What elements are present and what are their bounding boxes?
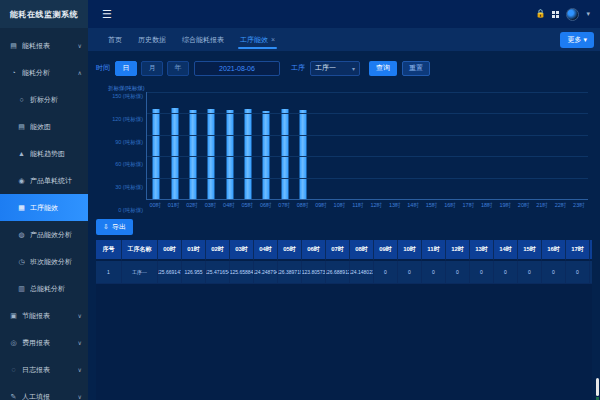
period-button-年[interactable]: 年 <box>167 61 189 76</box>
process-icon: ▦ <box>17 204 26 212</box>
table-header-cell: 02时 <box>206 240 230 261</box>
sidebar-item-total-energy[interactable]: ▥总能耗分析 <box>0 275 88 302</box>
bar-07时 <box>281 109 288 199</box>
y-tick-label: 30 (吨标煤) <box>115 185 143 190</box>
circle-icon: ○ <box>17 96 26 103</box>
sidebar-item-label: 折标分析 <box>30 95 82 105</box>
hamburger-icon[interactable]: ☰ <box>102 8 112 21</box>
sidebar-item-product-unit-stats[interactable]: ◉产品单耗统计 <box>0 167 88 194</box>
sidebar-item-label: 能效图 <box>30 122 82 132</box>
sidebar-item-label: 总能耗分析 <box>30 284 82 294</box>
x-tick-label: 04时 <box>220 200 238 211</box>
bar-00时 <box>153 109 160 199</box>
sidebar-nav: ▤能耗报表∨◔能耗分析∧○折标分析▤能效图▲能耗趋势图◉产品单耗统计▦工序能效◍… <box>0 28 88 400</box>
y-tick-label: 0 (吨标煤) <box>118 208 143 213</box>
close-icon[interactable]: × <box>271 36 275 43</box>
sidebar-item-standard-analysis[interactable]: ○折标分析 <box>0 86 88 113</box>
tab-首页[interactable]: 首页 <box>100 35 130 51</box>
process-label: 工序 <box>291 63 305 73</box>
table-cell-value: 0 <box>566 261 590 284</box>
bar-slot <box>184 92 202 199</box>
tab-综合能耗报表[interactable]: 综合能耗报表 <box>174 35 232 51</box>
plot-area <box>146 92 588 200</box>
gridline <box>147 156 588 157</box>
x-tick-label: 09时 <box>312 200 330 211</box>
content: 时间 日月年 工序 工序一 ▾ 查询 重置 折标煤(吨标煤) 150 (吨标煤)… <box>88 51 600 400</box>
search-button[interactable]: 查询 <box>369 61 397 76</box>
sidebar-item-product-efficiency[interactable]: ◍产品能效分析 <box>0 221 88 248</box>
sidebar-item-energy-analysis[interactable]: ◔能耗分析∧ <box>0 59 88 86</box>
period-button-日[interactable]: 日 <box>115 61 137 76</box>
table-header-cell: 工序名称 <box>122 240 158 261</box>
x-tick-label: 16时 <box>441 200 459 211</box>
sidebar-item-process-efficiency[interactable]: ▦工序能效 <box>0 194 88 221</box>
y-tick-label: 90 (吨标煤) <box>115 140 143 145</box>
sidebar-item-label: 产品单耗统计 <box>30 176 82 186</box>
bar-slot <box>386 92 404 199</box>
lock-icon[interactable]: 🔒 <box>536 10 546 18</box>
table-header-cell: 12时 <box>446 240 470 261</box>
chevron-down-icon: ∨ <box>78 42 82 49</box>
tab-历史数据[interactable]: 历史数据 <box>130 35 174 51</box>
x-axis: 00时01时02时03时04时05时06时07时08时09时10时11时12时1… <box>146 200 588 211</box>
sidebar-item-shift-efficiency[interactable]: ◷班次能效分析 <box>0 248 88 275</box>
bar-01时 <box>171 108 178 199</box>
table-cell-value: 0 <box>542 261 566 284</box>
x-tick-label: 00时 <box>146 200 164 211</box>
sidebar-item-label: 能耗报表 <box>22 41 78 51</box>
gridline <box>147 92 588 93</box>
x-tick-label: 23时 <box>570 200 588 211</box>
scrollbar[interactable] <box>596 378 599 396</box>
tabbar: 更多▾ 首页历史数据综合能耗报表工序能效× <box>88 28 600 51</box>
tab-label: 工序能效 <box>240 36 268 43</box>
sidebar-item-cost-report[interactable]: ◎费用报表∨ <box>0 329 88 356</box>
chevron-down-icon[interactable]: ▾ <box>586 10 590 18</box>
trend-icon: ▲ <box>17 150 26 157</box>
date-input[interactable] <box>194 61 280 76</box>
table-header-cell: 13时 <box>470 240 494 261</box>
bar-slot <box>221 92 239 199</box>
table-cell-value: 126.688912 <box>326 261 350 284</box>
sidebar-item-log-report[interactable]: ◌日志报表∨ <box>0 356 88 383</box>
more-button[interactable]: 更多▾ <box>560 32 594 48</box>
table-cell-value: 123.80573 <box>302 261 326 284</box>
table-header-cell: 10时 <box>398 240 422 261</box>
grid-apps-icon[interactable] <box>552 11 559 18</box>
table-cell-value: 0 <box>470 261 494 284</box>
table-cell-value: 124.148023 <box>350 261 374 284</box>
reset-button[interactable]: 重置 <box>402 61 430 76</box>
app-title: 能耗在线监测系统 <box>0 0 88 28</box>
topbar: ☰ 🔒 ▾ <box>88 0 600 28</box>
x-tick-label: 20时 <box>514 200 532 211</box>
tab-工序能效[interactable]: 工序能效× <box>232 35 283 51</box>
table-cell-value: 125.65884 <box>230 261 254 284</box>
avatar[interactable] <box>566 8 579 21</box>
period-button-月[interactable]: 月 <box>141 61 163 76</box>
table-row: 1工序一125.669147126.955125.471654125.65884… <box>96 261 592 284</box>
main-area: ☰ 🔒 ▾ 更多▾ 首页历史数据综合能耗报表工序能效× 时间 日月年 工序 <box>88 0 600 400</box>
table-header-cell: 18时 <box>590 240 592 261</box>
sidebar-item-energy-report[interactable]: ▤能耗报表∨ <box>0 32 88 59</box>
sidebar-item-saving-report[interactable]: ▣节能报表∨ <box>0 302 88 329</box>
export-button[interactable]: ⇩ 导出 <box>96 219 133 235</box>
topbar-actions: 🔒 ▾ <box>536 8 591 21</box>
table-cell-value: 0 <box>518 261 542 284</box>
table-cell-value: 124.248794 <box>254 261 278 284</box>
tab-label: 首页 <box>108 36 122 43</box>
sidebar-item-manual-entry[interactable]: ✎人工填报∨ <box>0 383 88 400</box>
bar-slot <box>551 92 569 199</box>
saving-icon: ▣ <box>9 312 18 320</box>
document-icon: ▤ <box>17 123 26 131</box>
table-cell-value: 0 <box>398 261 422 284</box>
sidebar-item-energy-trend[interactable]: ▲能耗趋势图 <box>0 140 88 167</box>
log-icon: ◌ <box>9 366 18 373</box>
bar-04时 <box>226 110 233 199</box>
sidebar-item-efficiency-map[interactable]: ▤能效图 <box>0 113 88 140</box>
period-segment: 日月年 <box>115 61 189 76</box>
x-tick-label: 15时 <box>422 200 440 211</box>
bar-slot <box>257 92 275 199</box>
bar-slot <box>404 92 422 199</box>
report-icon: ▤ <box>9 42 18 50</box>
process-select[interactable]: 工序一 ▾ <box>310 61 360 76</box>
gridline <box>147 178 588 179</box>
